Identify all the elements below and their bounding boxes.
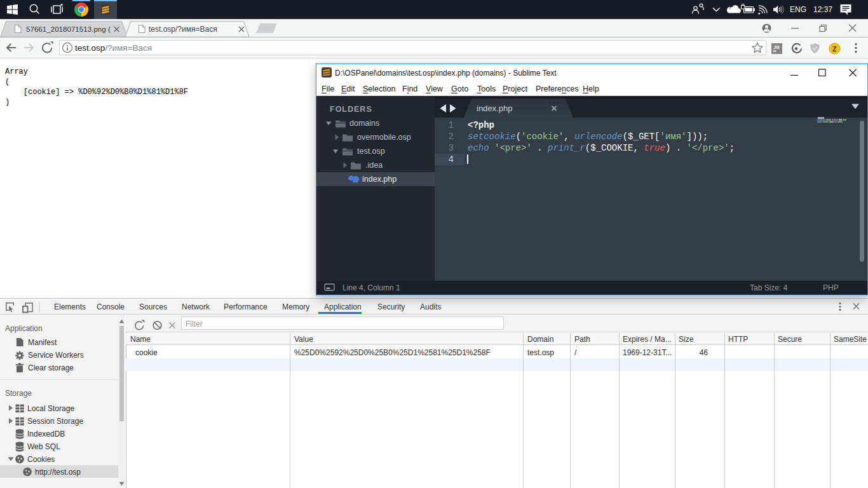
svg-text:JB: JB — [773, 44, 780, 50]
svg-text:Z: Z — [832, 45, 837, 53]
